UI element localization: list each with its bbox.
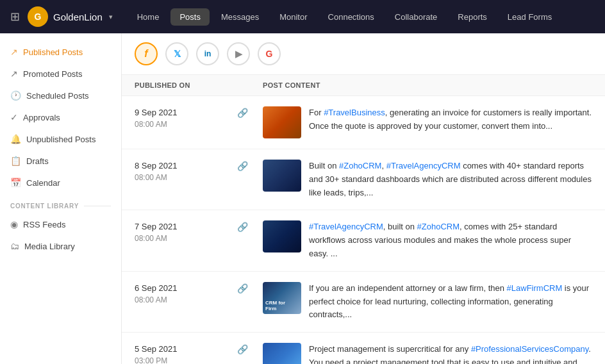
post-date-5: 5 Sep 2021 03:00 PM [135, 343, 237, 364]
post-date-3: 7 Sep 2021 08:00 AM [135, 220, 237, 243]
post-thumbnail-3 [263, 220, 301, 252]
post-link-icon-5[interactable]: 🔗 [237, 343, 263, 354]
nav-connections[interactable]: Connections [319, 8, 383, 26]
post-link-icon-2[interactable]: 🔗 [237, 160, 263, 171]
calendar-icon: 📅 [10, 178, 21, 188]
drafts-icon: 📋 [10, 156, 21, 166]
brand-name: GoldenLion [53, 12, 103, 22]
scheduled-posts-icon: 🕐 [10, 90, 21, 101]
linkedin-icon: in [204, 49, 211, 58]
col-post-content: POST CONTENT [263, 81, 592, 89]
top-nav: ⊞ G GoldenLion ▾ Home Posts Messages Mon… [0, 0, 605, 33]
sidebar-label-rss: RSS Feeds [23, 220, 65, 229]
post-content-5: Project management is supercritical for … [263, 343, 592, 364]
post-thumbnail-2 [263, 160, 301, 192]
post-text-2: Built on #ZohoCRM, #TravelAgencyCRM come… [309, 160, 592, 199]
sidebar-label-drafts: Drafts [26, 156, 49, 166]
nav-messages[interactable]: Messages [212, 8, 268, 26]
youtube-icon: ▶ [235, 49, 242, 59]
nav-monitor[interactable]: Monitor [270, 8, 316, 26]
sidebar-label-approvals: Approvals [23, 113, 60, 122]
post-content-4: CRM forFirm If you are an independent at… [263, 282, 592, 322]
linkedin-tab[interactable]: in [196, 42, 219, 65]
sidebar-label-calendar: Calendar [26, 178, 60, 188]
google-icon: G [266, 49, 273, 59]
published-posts-icon: ↗ [10, 47, 18, 57]
twitter-tab[interactable]: 𝕏 [165, 42, 188, 65]
post-row: 8 Sep 2021 08:00 AM 🔗 Built on #ZohoCRM,… [122, 149, 605, 210]
nav-links: Home Posts Messages Monitor Connections … [128, 8, 595, 26]
post-row: 6 Sep 2021 08:00 AM 🔗 CRM forFirm If you… [122, 272, 605, 333]
promoted-posts-icon: ↗ [10, 69, 18, 79]
brand[interactable]: G GoldenLion ▾ [28, 6, 113, 27]
sidebar-item-calendar[interactable]: 📅 Calendar [0, 172, 121, 194]
post-text-5: Project management is supercritical for … [309, 343, 592, 364]
sidebar-item-approvals[interactable]: ✓ Approvals [0, 106, 121, 128]
post-text-1: For #TravelBusiness, generating an invoi… [309, 106, 592, 133]
sidebar-label-promoted: Promoted Posts [23, 69, 83, 79]
nav-lead-forms[interactable]: Lead Forms [499, 8, 561, 26]
social-bar: f 𝕏 in ▶ G [122, 33, 605, 75]
post-date-1: 9 Sep 2021 08:00 AM [135, 106, 237, 129]
youtube-tab[interactable]: ▶ [227, 42, 250, 65]
sidebar-label-published: Published Posts [23, 47, 83, 57]
post-row: 9 Sep 2021 08:00 AM 🔗 For #TravelBusines… [122, 96, 605, 149]
layout: ↗ Published Posts ↗ Promoted Posts 🕐 Sch… [0, 33, 605, 364]
rss-icon: ◉ [10, 219, 18, 229]
sidebar-item-promoted-posts[interactable]: ↗ Promoted Posts [0, 63, 121, 85]
table-header: PUBLISHED ON POST CONTENT [122, 75, 605, 96]
facebook-icon: f [144, 48, 147, 60]
col-published-on: PUBLISHED ON [135, 81, 237, 89]
sidebar-item-drafts[interactable]: 📋 Drafts [0, 150, 121, 172]
sidebar-label-media: Media Library [24, 242, 75, 251]
post-link-icon-1[interactable]: 🔗 [237, 106, 263, 118]
post-date-4: 6 Sep 2021 08:00 AM [135, 282, 237, 304]
sidebar-item-media-library[interactable]: 🗂 Media Library [0, 235, 121, 257]
post-thumbnail-1 [263, 106, 301, 138]
nav-reports[interactable]: Reports [449, 8, 496, 26]
post-content-3: #TravelAgencyCRM, built on #ZohoCRM, com… [263, 220, 592, 260]
twitter-icon: 𝕏 [174, 49, 181, 59]
sidebar-label-unpublished: Unpublished Posts [26, 135, 95, 144]
main-content: f 𝕏 in ▶ G PUBLISHED ON POST CONTENT 9 [122, 33, 605, 364]
nav-posts[interactable]: Posts [170, 8, 210, 26]
google-tab[interactable]: G [258, 42, 281, 65]
sidebar-item-rss-feeds[interactable]: ◉ RSS Feeds [0, 213, 121, 235]
post-date-2: 8 Sep 2021 08:00 AM [135, 160, 237, 182]
content-library-label: CONTENT LIBRARY [0, 194, 121, 213]
nav-collaborate[interactable]: Collaborate [386, 8, 447, 26]
post-link-icon-3[interactable]: 🔗 [237, 220, 263, 232]
sidebar-label-scheduled: Scheduled Posts [26, 91, 89, 101]
sidebar: ↗ Published Posts ↗ Promoted Posts 🕐 Sch… [0, 33, 122, 364]
nav-home[interactable]: Home [128, 8, 169, 26]
brand-chevron-icon: ▾ [109, 13, 113, 21]
post-text-3: #TravelAgencyCRM, built on #ZohoCRM, com… [309, 220, 592, 260]
post-row: 7 Sep 2021 08:00 AM 🔗 #TravelAgencyCRM, … [122, 210, 605, 271]
post-row: 5 Sep 2021 03:00 PM 🔗 Project management… [122, 333, 605, 364]
post-text-4: If you are an independent attorney or a … [309, 282, 592, 322]
brand-logo: G [28, 6, 48, 27]
post-thumbnail-5 [263, 343, 301, 364]
media-library-icon: 🗂 [10, 241, 19, 251]
post-link-icon-4[interactable]: 🔗 [237, 282, 263, 294]
sidebar-item-scheduled-posts[interactable]: 🕐 Scheduled Posts [0, 85, 121, 106]
post-content-2: Built on #ZohoCRM, #TravelAgencyCRM come… [263, 160, 592, 199]
col-link [237, 81, 263, 89]
grid-icon[interactable]: ⊞ [10, 10, 20, 24]
facebook-tab[interactable]: f [135, 42, 158, 65]
sidebar-item-unpublished-posts[interactable]: 🔔 Unpublished Posts [0, 128, 121, 150]
post-content-1: For #TravelBusiness, generating an invoi… [263, 106, 592, 138]
sidebar-item-published-posts[interactable]: ↗ Published Posts [0, 41, 121, 63]
approvals-icon: ✓ [10, 112, 18, 122]
post-thumbnail-4: CRM forFirm [263, 282, 301, 314]
unpublished-posts-icon: 🔔 [10, 134, 21, 144]
